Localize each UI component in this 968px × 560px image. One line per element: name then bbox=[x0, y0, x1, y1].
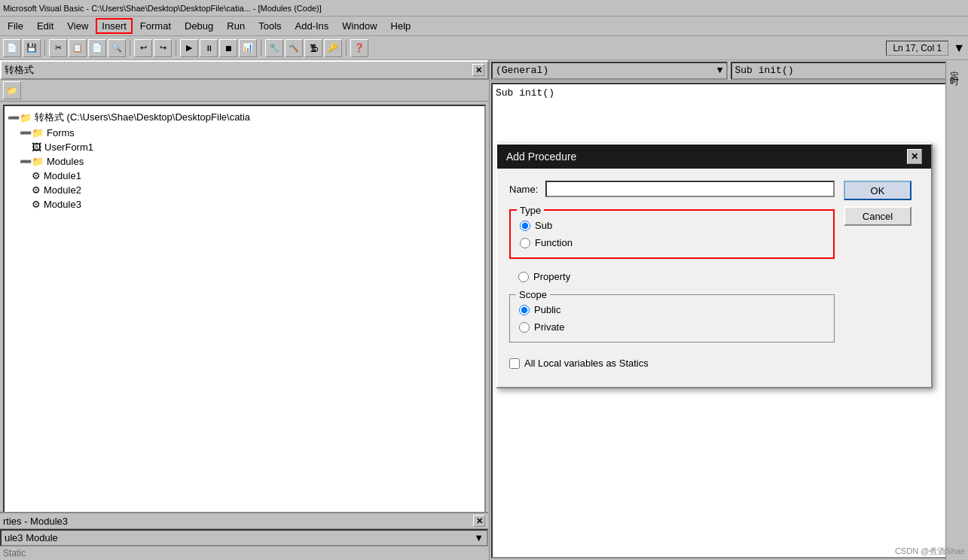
type-property-row: Property bbox=[509, 268, 835, 285]
type-property-label: Property bbox=[533, 271, 570, 282]
add-procedure-dialog: Add Procedure ✕ Name: Type Sub bbox=[496, 143, 933, 388]
name-row: Name: bbox=[509, 181, 835, 197]
scope-public-row: Public bbox=[519, 301, 825, 318]
dialog-title: Add Procedure bbox=[506, 151, 576, 163]
dialog-close-button[interactable]: ✕ bbox=[907, 149, 922, 164]
dialog-right-section: OK Cancel bbox=[844, 181, 919, 375]
scope-private-row: Private bbox=[519, 318, 825, 336]
scope-public-label: Public bbox=[534, 304, 560, 315]
scope-group-label: Scope bbox=[516, 289, 550, 300]
scope-private-label: Private bbox=[534, 321, 564, 333]
statics-checkbox[interactable] bbox=[509, 358, 520, 369]
scope-private-radio[interactable] bbox=[519, 322, 530, 333]
dialog-title-bar: Add Procedure ✕ bbox=[497, 145, 931, 169]
type-sub-label: Sub bbox=[535, 220, 552, 231]
type-group-label: Type bbox=[517, 205, 544, 216]
scope-public-radio[interactable] bbox=[519, 305, 530, 315]
scope-group: Scope Public Private bbox=[509, 294, 835, 342]
type-sub-radio[interactable] bbox=[520, 221, 530, 231]
dialog-overlay: Add Procedure ✕ Name: Type Sub bbox=[0, 0, 968, 560]
type-function-radio[interactable] bbox=[520, 238, 530, 248]
name-input[interactable] bbox=[545, 181, 835, 197]
cancel-button[interactable]: Cancel bbox=[844, 206, 912, 226]
type-property-radio[interactable] bbox=[518, 272, 529, 282]
type-sub-row: Sub bbox=[520, 217, 824, 234]
name-label: Name: bbox=[509, 184, 539, 195]
dialog-left-section: Name: Type Sub Function bbox=[509, 181, 835, 375]
ok-button[interactable]: OK bbox=[844, 181, 912, 200]
statics-label: All Local variables as Statics bbox=[524, 358, 649, 369]
statics-checkbox-row: All Local variables as Statics bbox=[509, 352, 835, 375]
type-group: Type Sub Function bbox=[509, 209, 835, 259]
type-function-label: Function bbox=[535, 237, 573, 248]
type-function-row: Function bbox=[520, 234, 824, 251]
dialog-body: Name: Type Sub Function bbox=[497, 169, 931, 387]
